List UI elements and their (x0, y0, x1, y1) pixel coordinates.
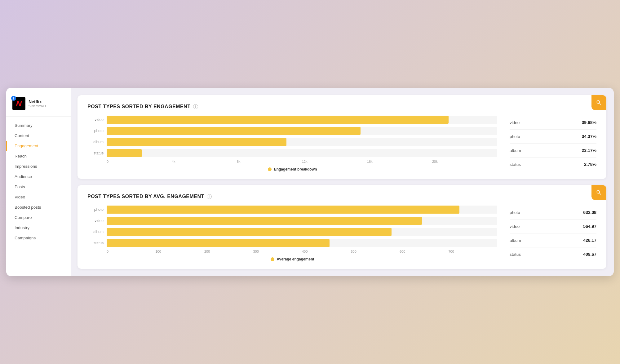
stat-value: 564.97 (583, 224, 596, 229)
chart1-search-button[interactable] (591, 95, 606, 110)
chart-card-avg-engagement: POST TYPES SORTED BY AVG. ENGAGEMENT i p… (78, 185, 606, 269)
sidebar-item-summary[interactable]: Summary (6, 120, 71, 131)
bar-track (107, 217, 497, 225)
chart2-bar-rows: photovideoalbumstatus (87, 206, 497, 247)
bar-fill (107, 206, 459, 214)
x-tick: 100 (156, 250, 205, 253)
stat-type: photo (510, 210, 520, 215)
chart2-info-icon[interactable]: i (207, 194, 212, 199)
bar-label: album (87, 140, 104, 144)
sidebar-item-campaigns[interactable]: Campaigns (6, 233, 71, 243)
sidebar-item-impressions[interactable]: Impressions (6, 161, 71, 171)
stat-row: album23.17% (510, 144, 596, 158)
chart1-legend: Engagement breakdown (87, 167, 497, 171)
bar-label: photo (87, 129, 104, 133)
chart1-x-axis: 04k8k12k16k20k (107, 160, 497, 163)
bar-track-wrapper (107, 138, 497, 146)
sidebar-item-audience[interactable]: Audience (6, 171, 71, 182)
brand-name: Netflix (29, 99, 46, 104)
x-tick: 0 (107, 160, 172, 163)
bar-track-wrapper (107, 116, 497, 124)
bar-track-wrapper (107, 127, 497, 135)
bar-track (107, 149, 497, 157)
netflix-logo-letter: N (16, 99, 22, 109)
stat-row: photo632.08 (510, 206, 596, 220)
x-tick: 8k (237, 160, 302, 163)
chart2-x-axis: 0100200300400500600700 (107, 250, 497, 253)
sidebar-header: f N Netflix f /NetflixRO (6, 94, 71, 117)
chart1-bar-rows: videophotoalbumstatus (87, 116, 497, 157)
stat-value: 632.08 (583, 210, 596, 215)
sidebar-item-engagement[interactable]: Engagement (6, 141, 71, 151)
chart1-legend-label: Engagement breakdown (274, 167, 317, 171)
bar-row: video (87, 116, 497, 124)
bar-track-wrapper (107, 149, 497, 157)
x-tick: 12k (302, 160, 367, 163)
bar-label: status (87, 241, 104, 245)
stat-row: video39.68% (510, 116, 596, 130)
x-tick: 20k (432, 160, 497, 163)
chart1-stats: video39.68%photo34.37%album23.17%status2… (510, 116, 596, 171)
bar-row: status (87, 239, 497, 247)
chart1-layout: videophotoalbumstatus 04k8k12k16k20k Eng… (87, 116, 596, 171)
x-tick: 16k (367, 160, 432, 163)
chart-card-engagement: POST TYPES SORTED BY ENGAGEMENT i videop… (78, 95, 606, 179)
sidebar-item-reach[interactable]: Reach (6, 151, 71, 161)
stat-value: 39.68% (582, 120, 596, 125)
stat-value: 2.78% (584, 162, 596, 167)
x-tick: 600 (400, 250, 449, 253)
stat-type: video (510, 120, 520, 125)
bar-label: video (87, 219, 104, 223)
bar-fill (107, 239, 330, 247)
x-tick: 500 (351, 250, 400, 253)
bar-fill (107, 228, 392, 236)
chart2-title: POST TYPES SORTED BY AVG. ENGAGEMENT i (87, 194, 596, 199)
stat-row: status2.78% (510, 158, 596, 171)
bar-fill (107, 217, 422, 225)
bar-row: video (87, 217, 497, 225)
bar-label: video (87, 118, 104, 122)
bar-track (107, 138, 497, 146)
chart2-legend-dot (271, 257, 274, 261)
chart1-legend-dot (268, 167, 272, 171)
bar-row: album (87, 138, 497, 146)
bar-fill (107, 116, 449, 124)
x-tick: 4k (172, 160, 237, 163)
stat-row: status409.67 (510, 247, 596, 261)
chart1-info-icon[interactable]: i (193, 104, 198, 109)
sidebar-item-video[interactable]: Video (6, 192, 71, 202)
sidebar-item-boosted-posts[interactable]: Boosted posts (6, 202, 71, 212)
chart1-title: POST TYPES SORTED BY ENGAGEMENT i (87, 104, 596, 109)
bar-track-wrapper (107, 228, 497, 236)
facebook-icon: f (11, 96, 16, 101)
sidebar-item-posts[interactable]: Posts (6, 182, 71, 192)
stat-row: video564.97 (510, 220, 596, 233)
x-tick: 200 (204, 250, 253, 253)
x-tick: 300 (253, 250, 302, 253)
bar-label: status (87, 151, 104, 155)
sidebar-item-compare[interactable]: Compare (6, 212, 71, 223)
bar-track-wrapper (107, 206, 497, 214)
stat-value: 426.17 (583, 238, 596, 243)
bar-label: photo (87, 207, 104, 212)
bar-track (107, 206, 497, 214)
chart2-search-button[interactable] (591, 185, 606, 200)
chart2-legend-label: Average engagement (277, 257, 314, 261)
stat-type: status (510, 252, 521, 257)
stat-type: photo (510, 134, 520, 139)
bar-track-wrapper (107, 217, 497, 225)
bar-row: photo (87, 127, 497, 135)
bar-fill (107, 149, 142, 157)
stat-value: 34.37% (582, 134, 596, 139)
chart2-legend: Average engagement (87, 257, 497, 261)
brand-logo: f N (12, 97, 25, 110)
bar-row: status (87, 149, 497, 157)
bar-row: photo (87, 206, 497, 214)
bar-track (107, 228, 497, 236)
chart2-stats: photo632.08video564.97album426.17status4… (510, 206, 596, 261)
sidebar-item-content[interactable]: Content (6, 131, 71, 141)
app-container: f N Netflix f /NetflixRO SummaryContentE… (6, 88, 614, 276)
stat-value: 409.67 (583, 252, 596, 257)
sidebar-nav: SummaryContentEngagementReachImpressions… (6, 120, 71, 243)
sidebar-item-industry[interactable]: Industry (6, 223, 71, 233)
